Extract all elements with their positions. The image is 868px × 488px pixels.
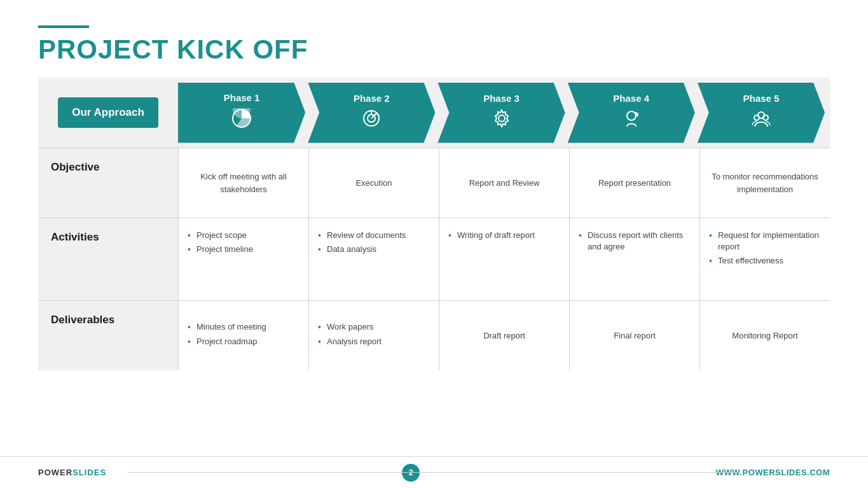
objective-row: Objective Kick off meeting with all stak…: [38, 148, 830, 218]
objective-text-4: Report presentation: [598, 177, 671, 190]
phase-3-arrow: Phase 3: [437, 83, 565, 143]
objective-label-cell: Objective: [38, 148, 178, 218]
phase-4-item: Phase 4: [568, 83, 695, 143]
brand-part1: POWER: [38, 468, 72, 477]
activities-row: Activities Project scope Project timelin…: [38, 218, 830, 300]
deliverables-cell-4: Final report: [569, 301, 699, 370]
phase-4-icon: [622, 109, 641, 132]
svg-point-7: [635, 114, 637, 116]
phase-1-item: Phase 1: [178, 83, 305, 143]
phase-2-arrow: Phase 2: [308, 83, 435, 143]
phase-5-item: Phase 5: [698, 83, 825, 143]
list-item: Project timeline: [188, 244, 253, 255]
deliverable-text-3: Draft report: [483, 330, 525, 342]
deliverables-cell-1: Minutes of meeting Project roadmap: [178, 301, 308, 370]
footer-line-left: [127, 472, 741, 473]
deliverables-list-1: Minutes of meeting Project roadmap: [188, 321, 266, 349]
footer-brand: POWERSLIDES: [38, 468, 106, 477]
page-container: PROJECT KICK OFF Our Approach Phase 1: [0, 0, 868, 488]
deliverables-cells: Minutes of meeting Project roadmap Work …: [178, 301, 830, 370]
phase-4-arrow: Phase 4: [568, 83, 695, 143]
activities-cell-3: Writing of draft report: [439, 218, 569, 300]
list-item: Data analysis: [318, 244, 406, 255]
list-item: Writing of draft report: [448, 230, 535, 241]
title-part2: KICK OFF: [177, 34, 308, 64]
deliverable-text-4: Final report: [614, 330, 656, 342]
our-approach-button[interactable]: Our Approach: [58, 97, 158, 128]
activities-cell-2: Review of documents Data analysis: [308, 218, 439, 300]
objective-text-2: Execution: [355, 177, 392, 190]
phase-5-icon: [752, 109, 771, 132]
phase-2-label: Phase 2: [354, 93, 390, 104]
title-bar: PROJECT KICK OFF: [38, 25, 830, 65]
activities-cell-1: Project scope Project timeline: [178, 218, 308, 300]
list-item: Work papers: [318, 321, 382, 333]
list-item: Project roadmap: [188, 336, 266, 347]
list-item: Minutes of meeting: [188, 321, 266, 333]
phases-container: Phase 1: [178, 78, 830, 148]
objective-cell-5: To monitor recommendations implementatio…: [699, 148, 830, 218]
deliverables-row: Deliverables Minutes of meeting Project …: [38, 300, 830, 370]
phase-3-item: Phase 3: [437, 83, 565, 143]
objective-label: Objective: [51, 161, 100, 174]
list-item: Review of documents: [318, 230, 406, 241]
our-approach-cell: Our Approach: [38, 78, 178, 148]
content-area: Our Approach Phase 1: [38, 78, 830, 370]
activities-label-cell: Activities: [38, 218, 178, 300]
activities-list-5: Request for implementation report Test e…: [709, 230, 821, 270]
objective-text-5: To monitor recommendations implementatio…: [709, 171, 821, 195]
phase-1-icon: [231, 108, 252, 133]
deliverables-cell-3: Draft report: [439, 301, 569, 370]
objective-cell-2: Execution: [308, 148, 439, 218]
phase-5-label: Phase 5: [743, 93, 780, 104]
activities-list-2: Review of documents Data analysis: [318, 230, 406, 258]
activities-list-1: Project scope Project timeline: [188, 230, 253, 258]
list-item: Discuss report with clients and agree: [579, 230, 691, 253]
deliverables-cell-2: Work papers Analysis report: [308, 301, 439, 370]
deliverable-text-5: Monitoring Report: [732, 330, 797, 342]
activities-list-3: Writing of draft report: [448, 230, 535, 244]
deliverables-label-cell: Deliverables: [38, 301, 178, 370]
page-title: PROJECT KICK OFF: [38, 34, 830, 65]
activities-label: Activities: [51, 231, 99, 244]
svg-point-5: [499, 115, 505, 122]
deliverables-list-2: Work papers Analysis report: [318, 321, 382, 349]
list-item: Analysis report: [318, 336, 382, 347]
list-item: Project scope: [188, 230, 253, 241]
accent-line: [38, 25, 89, 28]
phase-4-label: Phase 4: [613, 93, 649, 104]
list-item: Request for implementation report: [709, 230, 821, 253]
objective-text-1: Kick off meeting with all stakeholders: [188, 171, 300, 195]
phase-3-icon: [492, 109, 511, 132]
phase-5-arrow: Phase 5: [698, 83, 825, 143]
phase-2-icon: [362, 109, 381, 132]
phase-2-item: Phase 2: [308, 83, 435, 143]
brand-part2: SLIDES: [72, 468, 106, 477]
activities-cell-5: Request for implementation report Test e…: [699, 218, 830, 300]
title-part1: PROJECT: [38, 34, 177, 64]
activities-cell-4: Discuss report with clients and agree: [569, 218, 699, 300]
objective-cell-4: Report presentation: [569, 148, 699, 218]
phase-3-label: Phase 3: [483, 93, 520, 104]
objective-text-3: Report and Review: [469, 177, 540, 190]
objective-cell-1: Kick off meeting with all stakeholders: [178, 148, 308, 218]
objective-cell-3: Report and Review: [439, 148, 569, 218]
deliverables-cell-5: Monitoring Report: [699, 301, 830, 370]
phase-header-row: Our Approach Phase 1: [38, 78, 830, 148]
phase-1-label: Phase 1: [224, 92, 260, 103]
activities-cells: Project scope Project timeline Review of…: [178, 218, 830, 300]
footer: POWERSLIDES 2 WWW.POWERSLIDES.COM: [0, 456, 868, 488]
activities-list-4: Discuss report with clients and agree: [579, 230, 691, 255]
phase-1-arrow: Phase 1: [178, 83, 305, 143]
objective-cells: Kick off meeting with all stakeholders E…: [178, 148, 830, 218]
list-item: Test effectiveness: [709, 255, 821, 267]
deliverables-label: Deliverables: [51, 314, 114, 326]
